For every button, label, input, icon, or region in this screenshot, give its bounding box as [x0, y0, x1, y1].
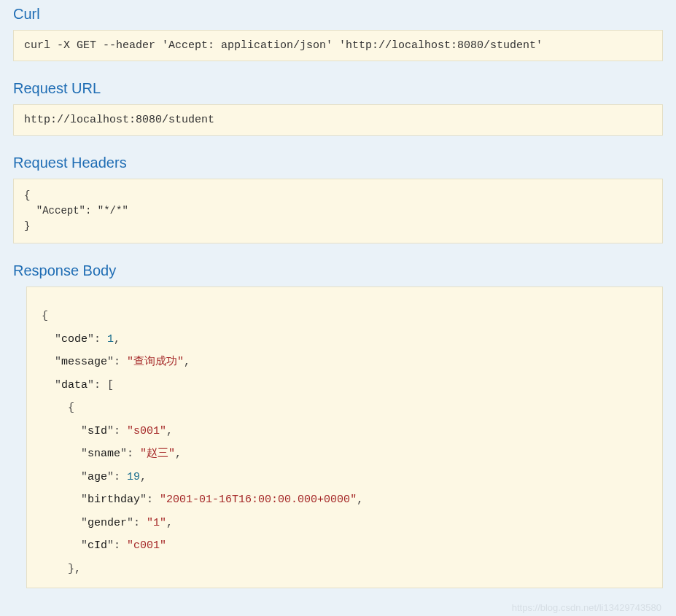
curl-code-block[interactable]: curl -X GET --header 'Accept: applicatio…: [13, 30, 663, 61]
json-key-cid: cId: [88, 539, 107, 552]
json-val-gender: 1: [153, 517, 160, 529]
json-key-sname: sname: [88, 448, 120, 460]
json-key-code: code: [61, 333, 88, 346]
json-key-sid: sId: [88, 425, 107, 437]
response-body-heading: Response Body: [0, 257, 676, 286]
json-key-gender: gender: [88, 517, 127, 529]
response-body-code-block[interactable]: { "code": 1, "message": "查询成功", "data": …: [26, 286, 663, 588]
json-val-sid: s001: [133, 425, 160, 437]
json-key-age: age: [88, 471, 107, 483]
request-url-code-block[interactable]: http://localhost:8080/student: [13, 104, 663, 136]
json-val-code: 1: [107, 333, 114, 346]
json-val-cid: c001: [133, 539, 160, 552]
response-body-section: Response Body { "code": 1, "message": "查…: [0, 257, 676, 588]
json-val-message: 查询成功: [133, 356, 177, 368]
request-headers-code-block[interactable]: { "Accept": "*/*" }: [13, 179, 663, 243]
request-headers-heading: Request Headers: [0, 149, 676, 179]
json-val-sname: 赵三: [147, 448, 168, 460]
request-headers-section: Request Headers { "Accept": "*/*" }: [0, 149, 676, 243]
json-val-birthday: 2001-01-16T16:00:00.000+0000: [166, 494, 350, 506]
curl-section: Curl curl -X GET --header 'Accept: appli…: [0, 0, 676, 61]
json-key-birthday: birthday: [88, 494, 140, 506]
json-key-data: data: [61, 379, 88, 391]
request-url-section: Request URL http://localhost:8080/studen…: [0, 74, 676, 136]
json-val-age: 19: [127, 471, 140, 483]
json-key-message: message: [61, 356, 107, 368]
request-url-heading: Request URL: [0, 74, 676, 104]
curl-heading: Curl: [0, 0, 676, 30]
